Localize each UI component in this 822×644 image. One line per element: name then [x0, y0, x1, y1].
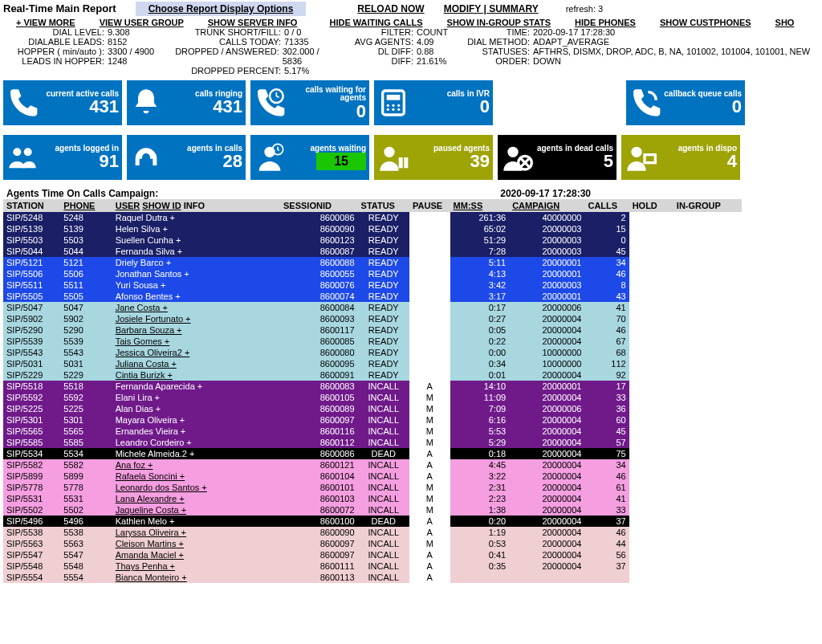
col-status[interactable]: STATUS — [358, 199, 409, 212]
table-row[interactable]: SIP/55315531Lana Alexandre +8600103INCAL… — [3, 493, 742, 504]
col-ingroup[interactable]: IN-GROUP — [673, 199, 742, 212]
tile-wait[interactable]: agents waiting15 — [250, 135, 369, 180]
col-session[interactable]: SESSIONID — [280, 199, 358, 212]
cell-user[interactable]: Kathlen Melo + — [112, 516, 280, 527]
col-mmss[interactable]: MM:SS — [450, 199, 510, 212]
tile-ivr[interactable]: calls in IVR0 — [374, 80, 493, 125]
table-row[interactable]: SIP/55035503Suellen Cunha +8600123READY5… — [3, 234, 742, 246]
table-row[interactable]: SIP/55395539Tais Gomes +8600085READY0:22… — [3, 336, 742, 347]
table-row[interactable]: SIP/55545554Bianca Monteiro +8600113INCA… — [3, 572, 742, 583]
table-row[interactable]: SIP/55435543Jessica Oliveira2 +8600080RE… — [3, 347, 742, 358]
summary-link[interactable]: SUMMARY — [489, 3, 539, 14]
table-row[interactable]: SIP/55065506Jonathan Santos +8600055READ… — [3, 268, 742, 279]
table-row[interactable]: SIP/55635563Cleison Martins +8600097INCA… — [3, 538, 742, 549]
tile-callback[interactable]: callback queue calls0 — [626, 80, 745, 125]
tile-headset[interactable]: agents in calls28 — [127, 135, 246, 180]
view-user-group-link[interactable]: VIEW USER GROUP — [100, 18, 184, 27]
cell-user[interactable]: Elani Lira + — [112, 392, 280, 403]
hide-phones-link[interactable]: HIDE PHONES — [575, 18, 636, 27]
cell-user[interactable]: Jaqueline Costa + — [112, 504, 280, 516]
table-row[interactable]: SIP/55655565Ernandes Vieira +8600116INCA… — [3, 426, 742, 437]
cell-user[interactable]: Helen Silva + — [112, 223, 280, 234]
cell-user[interactable]: Jonathan Santos + — [112, 268, 280, 279]
table-row[interactable]: SIP/55475547Amanda Maciel +8600097INCALL… — [3, 549, 742, 560]
cell-user[interactable]: Raquel Dutra + — [112, 212, 280, 223]
modify-link[interactable]: MODIFY — [444, 3, 481, 14]
cell-user[interactable]: Jane Costa + — [112, 302, 280, 313]
reload-link[interactable]: RELOAD NOW — [357, 3, 424, 14]
hide-waiting-link[interactable]: HIDE WAITING CALLS — [329, 18, 422, 27]
cell-user[interactable]: Cleison Martins + — [112, 538, 280, 549]
cell-user[interactable]: Tais Gomes + — [112, 336, 280, 347]
tile-clock[interactable]: calls waiting for agents0 — [250, 80, 369, 125]
sho-link[interactable]: SHO — [775, 18, 795, 27]
table-row[interactable]: SIP/55485548Thays Penha +8600111INCALLA0… — [3, 560, 742, 572]
cell-user[interactable]: Laryssa Oliveira + — [112, 527, 280, 538]
table-row[interactable]: SIP/55925592Elani Lira +8600105INCALLM11… — [3, 392, 742, 403]
cell-user[interactable]: Lana Alexandre + — [112, 493, 280, 504]
cell-user[interactable]: Driely Barco + — [112, 257, 280, 268]
col-hold[interactable]: HOLD — [629, 199, 673, 212]
cell-user[interactable]: Leandro Cordeiro + — [112, 437, 280, 448]
tile-dispo[interactable]: agents in dispo4 — [621, 135, 740, 180]
table-row[interactable]: SIP/55345534Michele Almeida.2 +8600086DE… — [3, 448, 742, 459]
col-campaign[interactable]: CAMPAIGN — [509, 199, 584, 212]
options-button[interactable]: Choose Report Display Options — [136, 2, 307, 16]
col-phone[interactable]: PHONE — [60, 199, 112, 212]
cell-user[interactable]: Barbara Souza + — [112, 324, 280, 336]
show-server-info-link[interactable]: SHOW SERVER INFO — [208, 18, 298, 27]
table-row[interactable]: SIP/50445044Fernanda Silva +8600087READY… — [3, 246, 742, 257]
table-row[interactable]: SIP/53015301Mayara Oliveira +8600097INCA… — [3, 414, 742, 426]
col-station[interactable]: STATION — [3, 199, 60, 212]
table-row[interactable]: SIP/51395139Helen Silva +8600090READY65:… — [3, 223, 742, 234]
show-ingroup-link[interactable]: SHOW IN-GROUP STATS — [447, 18, 551, 27]
cell-user[interactable]: Suellen Cunha + — [112, 234, 280, 246]
col-pause[interactable]: PAUSE — [409, 199, 450, 212]
cell-user[interactable]: Fernanda Aparecida + — [112, 381, 280, 392]
table-row[interactable]: SIP/54965496Kathlen Melo +8600100DEADA0:… — [3, 516, 742, 527]
table-row[interactable]: SIP/52295229Cintia Burizk +8600091READY0… — [3, 369, 742, 381]
table-row[interactable]: SIP/52905290Barbara Souza +8600117READY0… — [3, 324, 742, 336]
table-row[interactable]: SIP/55385538Laryssa Oliveira +8600090INC… — [3, 527, 742, 538]
table-row[interactable]: SIP/55855585Leandro Cordeiro +8600112INC… — [3, 437, 742, 448]
table-row[interactable]: SIP/55825582Ana foz +8600121INCALLA4:452… — [3, 459, 742, 471]
table-row[interactable]: SIP/55185518Fernanda Aparecida +8600083I… — [3, 381, 742, 392]
tile-dead[interactable]: agents in dead calls5 — [498, 135, 616, 180]
table-row[interactable]: SIP/52255225Alan Dias +8600089INCALLM7:0… — [3, 403, 742, 414]
table-row[interactable]: SIP/50475047Jane Costa +8600084READY0:17… — [3, 302, 742, 313]
table-row[interactable]: SIP/55055505Afonso Bentes +8600074READY3… — [3, 291, 742, 302]
tile-agents[interactable]: agents logged in91 — [3, 135, 122, 180]
table-row[interactable]: SIP/59025902Josiele Fortunato +8600093RE… — [3, 313, 742, 324]
show-custphones-link[interactable]: SHOW CUSTPHONES — [660, 18, 751, 27]
cell-user[interactable]: Alan Dias + — [112, 403, 280, 414]
table-row[interactable]: SIP/55115511Yuri Sousa +8600076READY3:42… — [3, 279, 742, 291]
table-row[interactable]: SIP/52485248Raquel Dutra +8600086READY26… — [3, 212, 742, 223]
cell-user[interactable]: Jessica Oliveira2 + — [112, 347, 280, 358]
table-row[interactable]: SIP/58995899Rafaela Soncini +8600104INCA… — [3, 471, 742, 482]
cell-user[interactable]: Thays Penha + — [112, 560, 280, 572]
cell-user[interactable]: Yuri Sousa + — [112, 279, 280, 291]
table-row[interactable]: SIP/57785778Leonardo dos Santos +8600101… — [3, 482, 742, 493]
col-show-id[interactable]: SHOW ID — [142, 201, 181, 210]
tile-bell[interactable]: calls ringing431 — [127, 80, 246, 125]
cell-user[interactable]: Ernandes Vieira + — [112, 426, 280, 437]
cell-user[interactable]: Leonardo dos Santos + — [112, 482, 280, 493]
cell-user[interactable]: Cintia Burizk + — [112, 369, 280, 381]
view-more-link[interactable]: + VIEW MORE — [16, 18, 75, 27]
cell-user[interactable]: Mayara Oliveira + — [112, 414, 280, 426]
cell-user[interactable]: Michele Almeida.2 + — [112, 448, 280, 459]
table-row[interactable]: SIP/50315031Juliana Costa +8600095READY0… — [3, 358, 742, 369]
tile-phone[interactable]: current active calls431 — [3, 80, 122, 125]
cell-user[interactable]: Amanda Maciel + — [112, 549, 280, 560]
cell-user[interactable]: Rafaela Soncini + — [112, 471, 280, 482]
cell-user[interactable]: Bianca Monteiro + — [112, 572, 280, 583]
table-row[interactable]: SIP/55025502Jaqueline Costa +8600072INCA… — [3, 504, 742, 516]
cell-user[interactable]: Juliana Costa + — [112, 358, 280, 369]
cell-user[interactable]: Afonso Bentes + — [112, 291, 280, 302]
cell-user[interactable]: Fernanda Silva + — [112, 246, 280, 257]
col-user[interactable]: USER — [116, 201, 140, 210]
table-row[interactable]: SIP/51215121Driely Barco +8600088READY5:… — [3, 257, 742, 268]
cell-user[interactable]: Josiele Fortunato + — [112, 313, 280, 324]
col-calls[interactable]: CALLS — [584, 199, 629, 212]
cell-user[interactable]: Ana foz + — [112, 459, 280, 471]
